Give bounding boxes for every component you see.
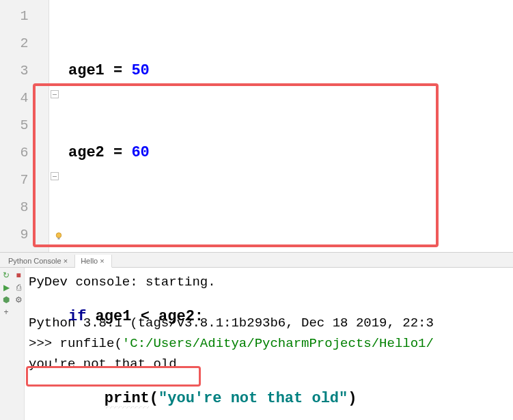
rerun-icon[interactable]: ↻ [1, 270, 11, 280]
fold-margin [49, 0, 61, 252]
close-icon[interactable]: × [100, 257, 104, 265]
line-number: 3 [0, 57, 48, 85]
stop-icon[interactable]: ■ [14, 270, 23, 280]
add-icon[interactable]: + [1, 307, 11, 317]
line-number: 5 [0, 112, 48, 139]
settings-icon[interactable]: ⚙ [14, 295, 23, 305]
print-icon[interactable]: ⎙ [14, 283, 23, 292]
line-number: 6 [0, 139, 48, 167]
code-line[interactable]: if age1 < age2: [61, 303, 513, 331]
line-number: 1 [0, 3, 48, 30]
line-number: 4 [0, 85, 48, 112]
line-number: 8 [0, 194, 48, 221]
tab-label: Python Console [8, 257, 61, 265]
line-number: 9 [0, 221, 48, 249]
bug-icon[interactable]: ⬢ [1, 295, 11, 305]
code-line[interactable]: age1 = 50 [61, 57, 513, 85]
line-number: 7 [0, 167, 48, 194]
tab-label: Hello [81, 257, 98, 265]
fold-toggle-icon[interactable] [51, 172, 59, 180]
line-number: 2 [0, 30, 48, 57]
line-number-gutter: 1 2 3 4 5 6 7 8 9 [0, 0, 49, 252]
fold-toggle-icon[interactable] [51, 90, 59, 98]
console-toolbar: ↻ ■ ▶ ⎙ ⬢ ⚙ + [0, 268, 25, 420]
code-line[interactable]: print("you're not that old") [61, 385, 513, 412]
svg-point-0 [56, 233, 61, 238]
tab-hello[interactable]: Hello × [75, 255, 112, 268]
code-body[interactable]: age1 = 50 age2 = 60 if age1 < age2: prin… [61, 0, 513, 252]
code-line[interactable] [61, 221, 513, 249]
run-icon[interactable]: ▶ [1, 283, 11, 292]
svg-rect-1 [58, 238, 60, 239]
code-editor[interactable]: 1 2 3 4 5 6 7 8 9 age1 = 50 age2 = 60 if… [0, 0, 513, 253]
code-line[interactable]: age2 = 60 [61, 139, 513, 167]
console-prompt: >>> [29, 336, 60, 351]
